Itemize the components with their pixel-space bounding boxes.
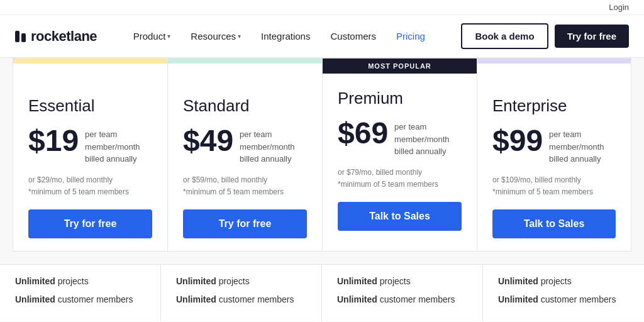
plan-price-detail-premium: per team member/month billed annually [394,118,449,158]
plan-badge-empty-enterprise [477,64,631,81]
pricing-section: Essential $19 per team member/month bill… [0,58,644,264]
plan-billing-enterprise: or $109/mo, billed monthly *minimum of 5… [492,174,616,198]
plan-badge-empty-essential [13,64,167,81]
nav-item-customers[interactable]: Customers [321,26,385,47]
nav-actions: Book a demo Try for free [461,23,629,49]
plan-price-detail-essential: per team member/month billed annually [85,126,140,165]
main-nav: rocketlane Product ▾ Resources ▾ Integra… [0,15,644,58]
features-col-premium: Unlimited projects Unlimited customer me… [322,265,483,321]
plan-name-premium: Premium [338,89,462,108]
plan-card-enterprise: Enterprise $99 per team member/month bil… [477,58,631,252]
feature-item: Unlimited customer members [337,293,467,306]
plan-billing-standard: or $59/mo, billed monthly *minimum of 5 … [183,174,307,198]
features-section: Unlimited projects Unlimited customer me… [0,264,644,321]
nav-item-product[interactable]: Product ▾ [125,26,180,47]
features-col-standard: Unlimited projects Unlimited customer me… [161,265,322,321]
feature-item: Unlimited customer members [498,293,629,306]
cta-button-standard[interactable]: Try for free [183,209,307,238]
cta-button-essential[interactable]: Try for free [28,209,152,238]
feature-item: Unlimited projects [176,275,306,288]
plan-accent-bar-essential [13,58,167,64]
plan-billing-premium: or $79/mo, billed monthly *minimum of 5 … [338,167,462,191]
plan-card-essential: Essential $19 per team member/month bill… [13,58,167,252]
cta-button-enterprise[interactable]: Talk to Sales [492,209,616,238]
try-free-button[interactable]: Try for free [555,25,629,48]
plan-name-enterprise: Enterprise [492,96,616,116]
logo-icon [15,31,26,42]
plan-billing-essential: or $29/mo, billed monthly *minimum of 5 … [28,174,152,198]
plan-accent-bar-standard [168,58,322,64]
nav-item-pricing[interactable]: Pricing [387,26,434,47]
feature-item: Unlimited projects [498,275,629,288]
plan-name-essential: Essential [28,96,152,116]
features-grid: Unlimited projects Unlimited customer me… [0,265,644,321]
chevron-down-icon: ▾ [167,33,170,40]
book-demo-button[interactable]: Book a demo [461,23,548,49]
logo[interactable]: rocketlane [15,28,97,45]
plan-price-detail-enterprise: per team member/month billed annually [549,126,604,165]
plan-price-detail-standard: per team member/month billed annually [240,126,294,165]
nav-item-integrations[interactable]: Integrations [252,26,319,47]
plan-badge-premium: MOST POPULAR [323,58,477,74]
nav-links: Product ▾ Resources ▾ Integrations Custo… [125,26,434,47]
plan-accent-bar-enterprise [477,58,631,64]
features-col-essential: Unlimited projects Unlimited customer me… [0,265,161,321]
plan-badge-empty-standard [168,64,322,81]
features-col-enterprise: Unlimited projects Unlimited customer me… [483,265,644,321]
plan-price-premium: $69 [338,118,388,148]
plan-price-standard: $49 [183,126,233,156]
plan-price-row-enterprise: $99 per team member/month billed annuall… [492,126,616,165]
feature-item: Unlimited customer members [15,293,145,306]
plans-grid: Essential $19 per team member/month bill… [13,58,631,252]
feature-item: Unlimited projects [337,275,467,288]
feature-item: Unlimited customer members [176,293,306,306]
plan-price-row-essential: $19 per team member/month billed annuall… [28,126,152,165]
plan-price-row-premium: $69 per team member/month billed annuall… [338,118,462,158]
plan-card-standard: Standard $49 per team member/month bille… [167,58,322,252]
feature-item: Unlimited projects [15,275,145,288]
plan-name-standard: Standard [183,96,307,116]
nav-item-resources[interactable]: Resources ▾ [182,26,250,47]
cta-button-premium[interactable]: Talk to Sales [338,202,462,231]
plan-card-premium: MOST POPULAR Premium $69 per team member… [322,58,477,252]
plan-price-enterprise: $99 [492,126,543,156]
login-link[interactable]: Login [609,3,629,12]
chevron-down-icon: ▾ [238,33,241,40]
plan-price-essential: $19 [28,126,79,156]
plan-price-row-standard: $49 per team member/month billed annuall… [183,126,307,165]
logo-text: rocketlane [31,28,97,45]
